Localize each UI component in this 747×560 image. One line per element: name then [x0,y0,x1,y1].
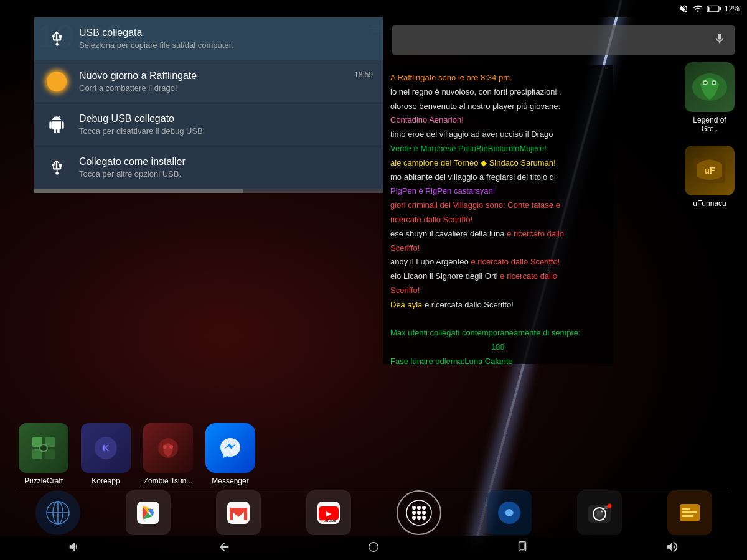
dock-browser[interactable] [35,490,80,535]
chat-line-18 [390,313,606,326]
status-icons: 12% [679,4,740,14]
svg-rect-1 [720,7,721,11]
nav-recents[interactable] [504,540,542,557]
app-messenger[interactable]: Messenger [205,423,255,485]
svg-point-39 [412,516,416,520]
puzzlecraft-label: PuzzleCraft [24,477,63,485]
notif-debug-desc: Tocca per disattivare il debug USB. [79,126,373,136]
svg-point-18 [163,445,167,449]
legend-icon-img [685,62,735,112]
chat-line-2: lo nel regno è nuvoloso, con forti preci… [390,86,606,99]
svg-text:Tube: Tube [326,518,336,523]
chat-line-7: ale campione del Torneo ◆ Sindaco Saruma… [390,157,606,170]
status-bar: 12% [0,0,747,17]
battery-icon [707,4,721,13]
notif-debug-content: Debug USB collegato Tocca per disattivar… [79,113,373,136]
chat-line-12: ese shuyn il cavaliere della luna e rice… [390,228,606,241]
notif-usb-desc: Seleziona per copiare file sul/dal compu… [79,40,373,50]
dock-camera[interactable] [577,490,622,535]
svg-point-37 [417,511,421,515]
usb-icon [44,26,69,51]
zombie-icon [143,423,193,473]
chat-line-9: PigPen è PigPen castarsyan! [390,185,606,198]
chat-line-15: elo Licaon il Signore degli Orti e ricer… [390,270,606,283]
messenger-label: Messenger [212,477,248,485]
battery-percentage: 12% [725,4,740,13]
notif-weather-time: 18:59 [354,70,373,79]
chat-line-10: giori criminali del Villaggio sono: Cont… [390,199,606,212]
svg-point-34 [417,506,421,510]
svg-point-33 [412,506,416,510]
svg-rect-57 [520,543,524,549]
dock-youtube[interactable]: ▶ You Tube [306,490,351,535]
search-bar[interactable] [392,25,735,55]
search-input[interactable] [401,34,713,45]
game-panel: A Rafflingate sono le ore 8:34 pm. lo ne… [383,65,613,364]
chat-line-4: Contadino Aenarion! [390,114,606,127]
svg-point-6 [704,82,707,84]
svg-rect-52 [682,508,690,510]
svg-point-40 [417,516,421,520]
svg-point-19 [169,445,173,449]
dock-gmail[interactable] [216,490,261,535]
notification-install[interactable]: Collegato come installer Tocca per altre… [34,146,383,189]
notif-weather-content: Nuovo giorno a Rafflingate Corri a comba… [79,70,344,93]
app-dock: ▶ You Tube [12,490,735,535]
svg-point-50 [607,504,611,508]
nav-vol-down[interactable] [55,540,94,557]
usb2-icon [44,155,69,180]
chat-line-13: Sceriffo! [390,242,606,255]
messenger-icon [205,423,255,473]
legend-label: Legend of Gre.. [685,116,735,133]
svg-rect-2 [708,6,709,11]
chat-line-14: andy il Lupo Argenteo e ricercato dallo … [390,256,606,269]
notif-install-title: Collegato come installer [79,156,373,167]
dock-playstore[interactable] [126,490,171,535]
dock-files[interactable] [667,490,712,535]
svg-point-36 [412,511,416,515]
chat-line-8: mo abitante del villaggio a fregiarsi de… [390,171,606,184]
svg-rect-55 [369,542,378,551]
svg-point-43 [505,509,513,516]
chat-line-19: Max utenti collegati contemporaneamente … [390,327,606,340]
notif-usb-title: USB collegata [79,27,373,39]
koreapp-label: Koreapp [92,477,120,485]
notif-install-content: Collegato come installer Tocca per altre… [79,156,373,179]
dock-app6[interactable] [487,490,532,535]
svg-point-41 [422,516,426,520]
notification-debug[interactable]: Debug USB collegato Tocca per disattivar… [34,103,383,146]
notification-panel: USB collegata Seleziona per copiare file… [34,17,383,193]
notification-progress-bar [34,189,383,193]
svg-text:uF: uF [704,166,715,175]
chat-line-11: ricercato dallo Sceriffo! [390,213,606,226]
app-koreapp[interactable]: K Koreapp [81,423,131,485]
desktop-icon-legend[interactable]: Legend of Gre.. [685,62,735,133]
bottom-apps-row: PuzzleCraft K Koreapp Zombie Tsun... [19,423,728,485]
notification-progress-fill [34,189,243,193]
mic-icon[interactable] [713,32,726,48]
mute-icon [679,4,688,14]
desktop-icons-area: Legend of Gre.. uF uFunnacu [685,62,735,208]
notif-debug-title: Debug USB collegato [79,113,373,124]
chat-line-5: timo eroe del villaggio ad aver ucciso i… [390,128,606,141]
chat-line-20: 188 [390,341,606,354]
sun-icon [44,69,69,94]
nav-bar [0,536,747,560]
notif-usb-content: USB collegata Seleziona per copiare file… [79,27,373,50]
svg-point-35 [422,506,426,510]
chat-line-1: A Rafflingate sono le ore 8:34 pm. [390,72,606,85]
nav-vol-up[interactable] [653,540,692,557]
chat-line-3: oloroso benvenuto al nostro player più g… [390,100,606,113]
desktop-icon-ufun[interactable]: uF uFunnacu [685,146,735,208]
nav-back[interactable] [205,540,243,557]
nav-home[interactable] [354,540,393,557]
app-zombie[interactable]: Zombie Tsun... [143,423,193,485]
notif-weather-title: Nuovo giorno a Rafflingate [79,70,344,82]
notification-weather[interactable]: Nuovo giorno a Rafflingate Corri a comba… [34,60,383,103]
zombie-label: Zombie Tsun... [144,477,192,485]
notif-install-desc: Tocca per altre opzioni USB. [79,169,373,179]
wifi-icon [692,4,703,14]
app-puzzlecraft[interactable]: PuzzleCraft [19,423,68,485]
dock-app-drawer[interactable] [397,490,441,535]
notification-usb[interactable]: USB collegata Seleziona per copiare file… [34,17,383,60]
